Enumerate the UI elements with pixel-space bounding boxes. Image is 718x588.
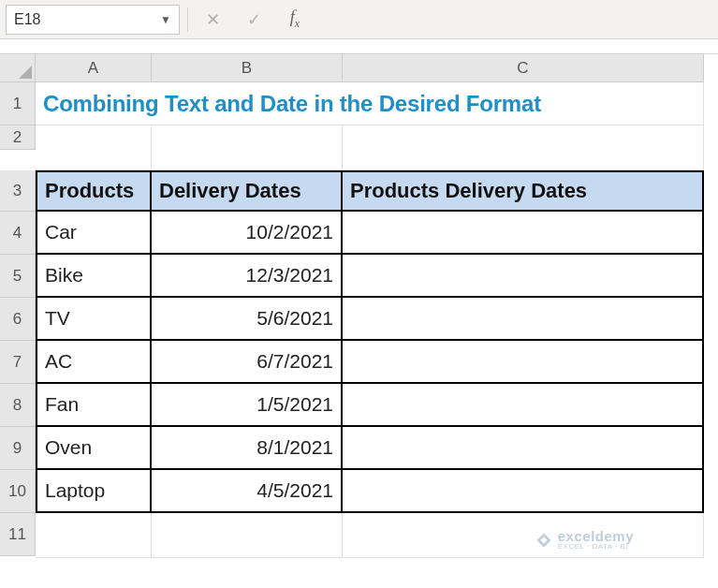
row-head-1[interactable]: 1 [0, 82, 36, 125]
cell-B11[interactable] [152, 513, 343, 558]
cell-A11[interactable] [36, 513, 152, 558]
cell-A7[interactable]: AC [36, 341, 152, 384]
separator [187, 7, 188, 32]
cell-C6[interactable] [343, 298, 704, 341]
name-box[interactable]: E18 ▼ [6, 5, 180, 35]
check-icon: ✓ [247, 9, 261, 30]
cell-B5[interactable]: 12/3/2021 [152, 255, 343, 298]
cell-B4[interactable]: 10/2/2021 [152, 212, 343, 255]
cell-C2[interactable] [343, 125, 704, 170]
cell-C10[interactable] [343, 470, 704, 513]
col-head-C[interactable]: C [343, 54, 704, 82]
cell-C9[interactable] [343, 427, 704, 470]
fx-icon: fx [290, 7, 300, 31]
cell-B2[interactable] [152, 125, 343, 170]
header-products[interactable]: Products [36, 170, 152, 212]
cell-A8[interactable]: Fan [36, 384, 152, 427]
cell-C8[interactable] [343, 384, 704, 427]
col-head-A[interactable]: A [36, 54, 152, 82]
row-head-9[interactable]: 9 [0, 427, 36, 470]
select-all-corner[interactable] [0, 54, 36, 82]
cancel-button[interactable]: ✕ [196, 5, 229, 35]
cell-A4[interactable]: Car [36, 212, 152, 255]
cell-B7[interactable]: 6/7/2021 [152, 341, 343, 384]
formula-bar-row: E18 ▼ ✕ ✓ fx [0, 0, 718, 39]
cell-C4[interactable] [343, 212, 704, 255]
spreadsheet-grid[interactable]: A B C 1 Combining Text and Date in the D… [0, 54, 718, 558]
cell-A2[interactable] [36, 125, 152, 170]
enter-button[interactable]: ✓ [237, 5, 271, 35]
row-head-3[interactable]: 3 [0, 170, 36, 212]
row-head-5[interactable]: 5 [0, 255, 36, 298]
insert-function-button[interactable]: fx [278, 5, 312, 35]
cell-A6[interactable]: TV [36, 298, 152, 341]
header-combined[interactable]: Products Delivery Dates [343, 170, 704, 212]
row-head-7[interactable]: 7 [0, 341, 36, 384]
cell-A10[interactable]: Laptop [36, 470, 152, 513]
name-box-value: E18 [14, 11, 40, 28]
row-head-8[interactable]: 8 [0, 384, 36, 427]
row-head-11[interactable]: 11 [0, 513, 36, 556]
x-icon: ✕ [206, 9, 220, 30]
row-head-6[interactable]: 6 [0, 298, 36, 341]
spacer [0, 39, 718, 54]
header-delivery-dates[interactable]: Delivery Dates [152, 170, 343, 212]
watermark-text: exceldemy EXCEL · DATA · BI [558, 529, 634, 551]
cell-A5[interactable]: Bike [36, 255, 152, 298]
cell-C5[interactable] [343, 255, 704, 298]
row-head-2[interactable]: 2 [0, 125, 36, 150]
formula-input[interactable] [319, 5, 712, 35]
chevron-down-icon[interactable]: ▼ [160, 13, 171, 26]
cell-C11[interactable] [343, 513, 704, 558]
watermark: exceldemy EXCEL · DATA · BI [535, 529, 634, 551]
title-cell[interactable]: Combining Text and Date in the Desired F… [36, 82, 704, 125]
cell-B8[interactable]: 1/5/2021 [152, 384, 343, 427]
cell-B9[interactable]: 8/1/2021 [152, 427, 343, 470]
col-head-B[interactable]: B [152, 54, 343, 82]
cell-B6[interactable]: 5/6/2021 [152, 298, 343, 341]
cell-A9[interactable]: Oven [36, 427, 152, 470]
row-head-4[interactable]: 4 [0, 212, 36, 255]
cell-C7[interactable] [343, 341, 704, 384]
cell-B10[interactable]: 4/5/2021 [152, 470, 343, 513]
row-head-10[interactable]: 10 [0, 470, 36, 513]
watermark-logo-icon [535, 532, 552, 549]
